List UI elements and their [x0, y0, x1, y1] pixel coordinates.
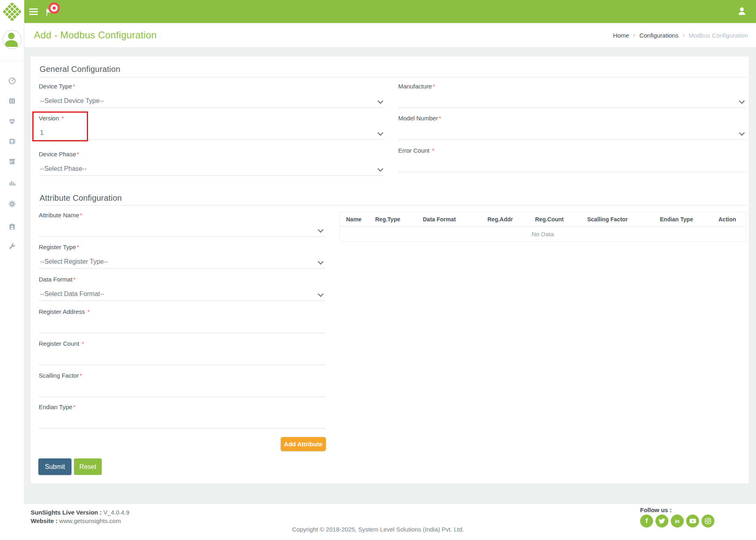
breadcrumb-home[interactable]: Home: [613, 32, 629, 39]
topbar: [0, 0, 756, 23]
account-badge-icon: [8, 223, 16, 231]
scalling-factor-input[interactable]: [39, 386, 325, 397]
chevron-down-icon: [318, 259, 323, 265]
settings-gear-icon: [8, 200, 16, 208]
sidebar-divider: [0, 61, 24, 61]
data-format-field: Data Format* --Select Data Format--: [39, 275, 325, 301]
required-asterisk: *: [439, 115, 441, 122]
col-endian-type: Endian Type: [660, 216, 718, 223]
table-empty-row: No Data: [340, 227, 746, 242]
device-phase-select[interactable]: --Select Phase--: [39, 164, 385, 176]
endian-type-label: Endian Type: [39, 403, 72, 410]
sidebar-item-health[interactable]: [8, 117, 16, 125]
user-menu-button[interactable]: [737, 6, 746, 18]
chevron-down-icon: [739, 98, 745, 104]
version-value: V_4.0.4.9: [102, 509, 129, 516]
register-count-field: Register Count *: [39, 340, 325, 365]
person-icon: [737, 6, 746, 16]
hamburger-icon: [29, 8, 38, 15]
sidebar-item-settings[interactable]: [8, 200, 16, 208]
required-asterisk: *: [80, 212, 82, 219]
chevron-down-icon: [378, 98, 383, 104]
scalling-factor-field: Scalling Factor*: [39, 372, 325, 397]
content-area: General Configuration Device Type* --Sel…: [24, 47, 756, 504]
avatar-person-icon: [3, 31, 19, 47]
register-type-select[interactable]: --Select Register Type--: [39, 257, 325, 269]
submit-button[interactable]: Submit: [38, 458, 71, 475]
click-marker-icon: [48, 2, 60, 14]
sidebar-item-reports[interactable]: [8, 179, 16, 187]
version-label: Version: [39, 115, 61, 122]
breadcrumb-current: Modbus Configuration: [689, 32, 748, 39]
required-asterisk: *: [77, 244, 79, 250]
required-asterisk: *: [73, 83, 75, 90]
add-attribute-button[interactable]: Add Attribute: [281, 437, 326, 451]
menu-toggle-button[interactable]: [29, 8, 38, 17]
required-asterisk: *: [80, 372, 82, 379]
required-asterisk: *: [432, 147, 435, 154]
section-divider: [39, 77, 746, 78]
manufacture-field: Manufacture*: [398, 82, 746, 108]
footer-info: SunSights Live Version : V_4.0.4.9 Websi…: [31, 508, 129, 525]
attribute-config-heading: Attribute Configuration: [40, 193, 122, 203]
manufacture-select[interactable]: [398, 97, 746, 108]
register-address-field: Register Address *: [39, 308, 325, 333]
device-type-field: Device Type* --Select Device Type--: [39, 82, 385, 108]
version-select[interactable]: 1: [39, 128, 385, 140]
model-number-select[interactable]: [398, 128, 746, 140]
register-address-input[interactable]: [39, 322, 325, 333]
chevron-right-icon: ›: [633, 32, 635, 39]
required-asterisk: *: [73, 276, 76, 283]
col-name: Name: [346, 216, 375, 223]
register-type-value: --Select Register Type--: [40, 258, 108, 265]
required-asterisk: *: [61, 115, 64, 122]
sidebar-item-store[interactable]: [8, 158, 16, 166]
register-count-input[interactable]: [39, 354, 325, 365]
sidebar-item-accounts[interactable]: [8, 223, 16, 231]
data-format-value: --Select Data Format--: [40, 290, 104, 298]
page-header: Add - Modbus Configuration Home › Config…: [24, 23, 756, 47]
sidebar-item-controllers[interactable]: [8, 137, 16, 145]
controller-chip-icon: [8, 137, 16, 145]
version-field: Version * 1: [39, 114, 385, 140]
required-asterisk: *: [77, 151, 80, 158]
col-action: Action: [718, 216, 745, 223]
device-phase-field: Device Phase* --Select Phase--: [39, 150, 385, 176]
register-address-label: Register Address: [39, 308, 86, 315]
version-value: 1: [40, 129, 44, 137]
attribute-table: Name Reg.Type Data Format Reg.Addr Reg.C…: [339, 212, 746, 242]
chevron-down-icon: [378, 130, 383, 136]
app-root: Add - Modbus Configuration Home › Config…: [0, 0, 756, 540]
general-config-heading: General Configuration: [40, 65, 120, 74]
register-type-field: Register Type* --Select Register Type--: [39, 243, 325, 269]
breadcrumb-configurations[interactable]: Configurations: [639, 32, 678, 39]
reset-button[interactable]: Reset: [74, 458, 102, 475]
footer-website-line: Website : www.getsunsights.com: [31, 517, 129, 525]
required-asterisk: *: [87, 308, 90, 315]
store-icon: [8, 158, 16, 166]
device-type-select[interactable]: --Select Device Type--: [39, 97, 385, 108]
website-label: Website :: [31, 517, 57, 524]
form-card: General Configuration Device Type* --Sel…: [31, 57, 749, 483]
register-type-label: Register Type: [39, 244, 76, 250]
data-format-select[interactable]: --Select Data Format--: [39, 290, 325, 301]
endian-type-input[interactable]: [39, 417, 325, 429]
sidebar-item-tools[interactable]: [8, 242, 16, 250]
sidebar-item-devices[interactable]: [8, 97, 16, 105]
section-divider: [39, 205, 746, 206]
error-count-input[interactable]: [398, 161, 746, 172]
sidebar-item-dashboard[interactable]: [8, 77, 16, 85]
data-format-label: Data Format: [39, 276, 72, 283]
col-reg-type: Reg.Type: [375, 216, 423, 223]
user-avatar[interactable]: [2, 30, 22, 49]
col-data-format: Data Format: [423, 216, 487, 223]
app-logo[interactable]: [0, 0, 24, 23]
website-link[interactable]: www.getsunsights.com: [57, 517, 121, 524]
dashboard-icon: [8, 77, 16, 85]
page-title: Add - Modbus Configuration: [34, 29, 157, 41]
version-label: SunSights Live Version :: [31, 509, 102, 516]
reports-chart-icon: [8, 179, 16, 187]
attribute-name-select[interactable]: [39, 225, 325, 237]
footer: SunSights Live Version : V_4.0.4.9 Websi…: [0, 504, 756, 540]
chevron-down-icon: [318, 291, 323, 297]
